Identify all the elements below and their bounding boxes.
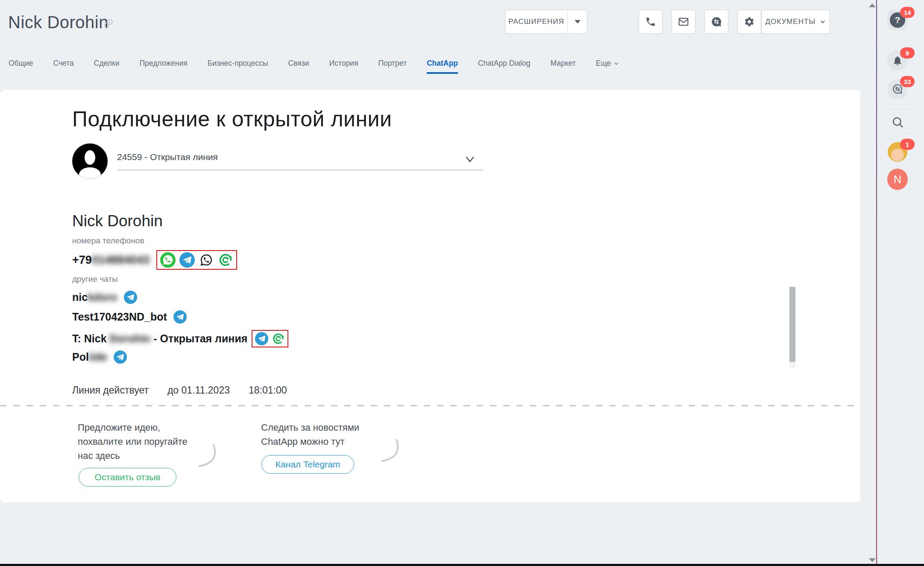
- tab-biznes-processy[interactable]: Бизнес-процессы: [208, 59, 268, 74]
- telegram-icon[interactable]: [173, 310, 187, 324]
- profile-avatar[interactable]: 1: [887, 142, 908, 162]
- profile-badge: 1: [900, 139, 915, 150]
- page-title: Nick Dorohin: [8, 13, 109, 32]
- mail-icon: [678, 16, 689, 27]
- news-text: Следить за новостями ChatApp можно тут: [261, 420, 359, 449]
- whatsapp-outline-icon[interactable]: [199, 252, 214, 268]
- panel-heading: Подключение к открытой линии: [72, 107, 392, 131]
- tab-scheta[interactable]: Счета: [53, 59, 74, 74]
- chat-row: T: Nick Dorohin - Открытая линия: [72, 330, 288, 347]
- chat-row: Poliide: [72, 350, 127, 364]
- tab-portret[interactable]: Портрет: [378, 59, 407, 74]
- notifications-badge: 9: [900, 47, 915, 58]
- scroll-down-arrow[interactable]: [869, 558, 876, 562]
- other-chats-label: другие чаты: [72, 274, 118, 284]
- tab-bar: Общие Счета Сделки Предложения Бизнес-пр…: [9, 59, 619, 74]
- notifications-button[interactable]: 9: [887, 50, 908, 71]
- help-badge: 14: [900, 7, 915, 18]
- caret-down-icon: [575, 20, 581, 23]
- messenger-badge: 33: [900, 76, 915, 87]
- chat-row: Test170423ND_bot: [72, 310, 187, 324]
- extensions-split-button[interactable]: РАСШИРЕНИЯ: [505, 10, 587, 34]
- tab-market[interactable]: Маркет: [550, 59, 575, 74]
- chatapp-icon[interactable]: [272, 332, 285, 345]
- phone-row: +79014884043: [72, 250, 237, 270]
- whatsapp-icon[interactable]: [160, 252, 176, 268]
- extensions-dropdown-button[interactable]: [567, 10, 587, 33]
- gear-icon: [744, 16, 755, 27]
- email-button[interactable]: [672, 10, 695, 34]
- open-line-select-value: 24559 - Открытая линия: [117, 152, 218, 162]
- phone-icon: [645, 16, 656, 27]
- chevron-down-icon: [820, 19, 826, 25]
- phones-label: номера телефонов: [72, 236, 144, 245]
- tab-svyazi[interactable]: Связи: [288, 59, 309, 74]
- search-icon: [891, 116, 904, 128]
- tab-predlozheniya[interactable]: Предложения: [139, 59, 187, 74]
- chatapp-icon[interactable]: [218, 252, 233, 268]
- chevron-down-icon: [464, 154, 475, 165]
- right-toolbar: ? 14 9 33 1 N: [877, 0, 924, 566]
- chevron-down-icon: [614, 61, 619, 66]
- chats-scrollbar[interactable]: [789, 287, 795, 368]
- phone-masked: 014884043: [92, 254, 150, 266]
- chats-scrollbar-thumb[interactable]: [789, 287, 795, 362]
- contact-name: Nick Dorohin: [72, 212, 163, 230]
- chat-row: nickdoro: [72, 291, 137, 304]
- telegram-channel-button[interactable]: Канал Telegram: [261, 455, 354, 474]
- window-bottom-edge: [0, 564, 924, 566]
- telegram-icon[interactable]: [179, 252, 195, 268]
- telegram-icon[interactable]: [114, 350, 127, 364]
- arc-decoration: [380, 438, 400, 468]
- feedback-text: Предложите идею, похвалите или поругайте…: [78, 420, 188, 463]
- crm-contact-page: Nick Dorohin РАСШИРЕНИЯ: [0, 0, 924, 566]
- telegram-icon[interactable]: [255, 332, 268, 345]
- line-status: Линия действуетдо 01.11.202318:01:00: [72, 385, 306, 396]
- scroll-up-arrow[interactable]: [869, 3, 876, 7]
- phone-number: +79014884043: [72, 254, 150, 267]
- dialog-transfer-icon: [711, 16, 722, 27]
- tab-obschie[interactable]: Общие: [9, 59, 33, 74]
- phone-messengers-highlight: [156, 250, 237, 270]
- help-button[interactable]: ? 14: [887, 10, 908, 30]
- tab-sdelki[interactable]: Сделки: [94, 59, 120, 74]
- tab-istoriya[interactable]: История: [329, 59, 358, 74]
- link-icon[interactable]: [104, 19, 113, 28]
- telegram-icon[interactable]: [124, 291, 137, 304]
- leave-feedback-button[interactable]: Оставить отзыв: [79, 468, 176, 487]
- avatar: N: [887, 169, 908, 190]
- extensions-button[interactable]: РАСШИРЕНИЯ: [505, 10, 567, 33]
- messenger-button[interactable]: 33: [887, 79, 908, 99]
- search-button[interactable]: [887, 112, 908, 132]
- documents-button[interactable]: ДОКУМЕНТЫ: [761, 10, 830, 34]
- open-line-select[interactable]: 24559 - Открытая линия: [117, 152, 483, 170]
- dashed-divider: [0, 405, 860, 406]
- line-avatar-icon: [72, 143, 108, 179]
- chat-messengers-highlight: [252, 330, 288, 347]
- user-avatar[interactable]: N: [887, 169, 908, 190]
- open-dialog-button[interactable]: [704, 10, 728, 34]
- settings-button[interactable]: [737, 10, 761, 34]
- tab-more[interactable]: Еще: [596, 59, 619, 74]
- tab-chatapp-dialog[interactable]: ChatApp Dialog: [478, 59, 531, 74]
- tab-chatapp[interactable]: ChatApp: [427, 59, 458, 74]
- arc-decoration: [197, 443, 217, 473]
- call-button[interactable]: [639, 10, 663, 34]
